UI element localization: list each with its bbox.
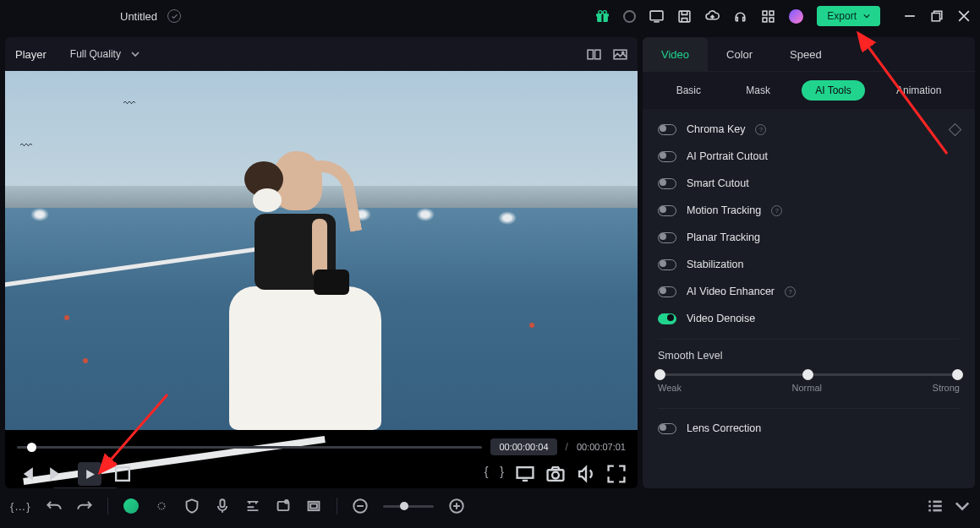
saved-check-icon — [167, 9, 181, 23]
subtab-mask[interactable]: Mask — [732, 80, 784, 101]
more-icon[interactable]: {…} — [10, 500, 31, 513]
undo-icon[interactable] — [47, 498, 62, 514]
label-smart-cutout: Smart Cutout — [687, 177, 749, 189]
headset-icon[interactable] — [733, 9, 747, 24]
quality-value: Full Quality — [70, 48, 121, 60]
smooth-level-slider[interactable] — [658, 373, 960, 376]
volume-icon[interactable] — [577, 465, 595, 483]
label-ai-video-enhancer: AI Video Enhancer — [687, 286, 775, 297]
timeline-toolbar: {…} — [0, 488, 980, 524]
toggle-ai-portrait-cutout[interactable] — [658, 151, 676, 162]
text-icon[interactable] — [245, 498, 260, 514]
subtab-ai-tools[interactable]: AI Tools — [802, 80, 864, 101]
svg-point-19 — [552, 472, 559, 479]
mic-icon[interactable] — [215, 498, 230, 514]
crop-icon[interactable] — [276, 498, 291, 514]
player-panel: Player Full Quality 〰 〰 — [0, 32, 643, 488]
prev-frame-button[interactable] — [17, 465, 36, 483]
toggle-smart-cutout[interactable] — [658, 178, 676, 189]
ai-avatar-icon[interactable] — [789, 9, 803, 24]
svg-rect-32 — [928, 509, 931, 512]
svg-rect-21 — [220, 499, 224, 507]
tab-speed[interactable]: Speed — [771, 37, 840, 71]
ai-logo-icon[interactable] — [123, 498, 139, 514]
sun-icon[interactable] — [154, 498, 169, 514]
zoom-in-icon[interactable] — [449, 498, 464, 514]
dropdown-icon[interactable] — [955, 498, 970, 514]
label-motion-tracking: Motion Tracking — [687, 204, 761, 216]
properties-panel: Video Color Speed Basic Mask AI Tools An… — [643, 37, 975, 488]
toggle-chroma-key[interactable] — [658, 124, 676, 135]
svg-rect-10 — [769, 18, 774, 22]
cloud-icon[interactable] — [705, 9, 720, 24]
toggle-video-denoise[interactable] — [658, 313, 676, 324]
chevron-down-icon — [131, 50, 140, 58]
svg-rect-17 — [517, 467, 534, 478]
slider-weak-label: Weak — [658, 383, 682, 393]
title-bar: Untitled Export — [0, 0, 980, 32]
svg-rect-30 — [928, 505, 931, 508]
toggle-lens-correction[interactable] — [658, 423, 676, 434]
mark-out-button[interactable]: } — [500, 465, 504, 483]
svg-rect-25 — [310, 504, 317, 508]
svg-rect-11 — [932, 14, 939, 21]
list-view-icon[interactable] — [928, 498, 943, 514]
gift-icon[interactable] — [595, 9, 610, 24]
help-icon[interactable]: ? — [755, 124, 766, 135]
save-icon[interactable] — [677, 9, 692, 24]
label-stabilization: Stabilization — [687, 259, 743, 270]
progress-track[interactable] — [17, 446, 482, 449]
next-frame-button[interactable] — [47, 465, 66, 483]
subtab-basic[interactable]: Basic — [663, 80, 714, 101]
record-icon[interactable] — [623, 10, 636, 23]
tab-color[interactable]: Color — [708, 37, 771, 71]
svg-rect-13 — [595, 50, 600, 59]
tab-video[interactable]: Video — [643, 37, 708, 71]
apps-grid-icon[interactable] — [761, 9, 775, 24]
display-out-icon[interactable] — [516, 465, 534, 483]
help-icon[interactable]: ? — [785, 286, 796, 297]
toggle-planar-tracking[interactable] — [658, 232, 676, 243]
redo-icon[interactable] — [77, 498, 92, 514]
quality-dropdown[interactable]: Full Quality — [63, 45, 146, 63]
svg-rect-8 — [769, 11, 774, 15]
mark-in-button[interactable]: { — [485, 465, 489, 483]
help-icon[interactable]: ? — [771, 205, 782, 216]
toggle-ai-video-enhancer[interactable] — [658, 286, 676, 297]
export-button[interactable]: Export — [817, 6, 880, 26]
toggle-motion-tracking[interactable] — [658, 205, 676, 216]
close-button[interactable] — [958, 10, 970, 22]
display-icon[interactable] — [649, 9, 664, 24]
shield-icon[interactable] — [184, 498, 200, 514]
zoom-slider[interactable] — [383, 505, 434, 508]
svg-rect-31 — [933, 505, 941, 508]
subtab-animation[interactable]: Animation — [883, 80, 955, 101]
svg-rect-7 — [763, 11, 767, 15]
camera-icon[interactable] — [546, 465, 565, 483]
toggle-stabilization[interactable] — [658, 259, 676, 270]
smooth-level-label: Smooth Level — [658, 350, 960, 362]
svg-rect-33 — [933, 509, 941, 512]
svg-rect-16 — [116, 467, 129, 481]
play-tooltip: Play Space — [52, 487, 118, 488]
stop-button[interactable] — [113, 465, 132, 483]
export-label: Export — [827, 10, 857, 22]
video-preview[interactable]: 〰 〰 00:00 — [5, 71, 638, 488]
zoom-out-icon[interactable] — [353, 498, 368, 514]
keyframe-diamond-icon[interactable] — [949, 122, 962, 136]
svg-rect-12 — [588, 50, 593, 59]
play-button[interactable] — [78, 462, 101, 486]
slider-strong-label: Strong — [933, 383, 960, 393]
chevron-down-icon — [863, 13, 870, 19]
current-time: 00:00:00:04 — [490, 438, 556, 455]
label-video-denoise: Video Denoise — [687, 313, 755, 324]
minimize-button[interactable] — [904, 10, 916, 22]
fullscreen-icon[interactable] — [607, 465, 626, 483]
frame-icon[interactable] — [306, 498, 321, 514]
grid-view-icon[interactable] — [587, 47, 601, 62]
label-lens-correction: Lens Correction — [687, 422, 761, 434]
label-planar-tracking: Planar Tracking — [687, 231, 760, 243]
svg-point-4 — [603, 10, 606, 14]
maximize-button[interactable] — [931, 10, 943, 22]
snapshot-icon[interactable] — [613, 47, 627, 62]
